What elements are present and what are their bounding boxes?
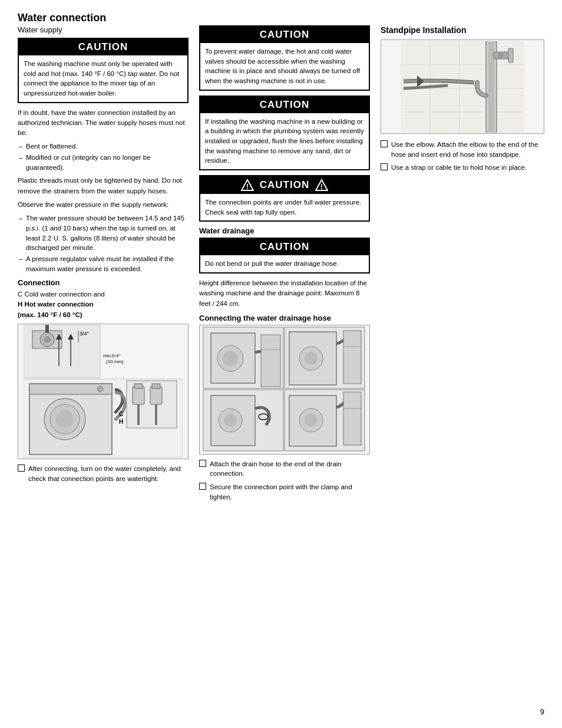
- right-column: Standpipe Installation: [381, 25, 544, 506]
- left-para-3: Observe the water pressure in the supply…: [18, 200, 189, 210]
- svg-point-36: [223, 351, 238, 366]
- caution-label-4: CAUTION: [260, 179, 309, 191]
- connection-line1: C Cold water connection and: [18, 289, 189, 299]
- caution-body-3: If installing the washing machine in a n…: [200, 113, 369, 169]
- left-para-2: Plastic threads must only be tightened b…: [18, 176, 189, 196]
- connection-labels: C Cold water connection and H Hot water …: [18, 289, 189, 320]
- checkbox-standpipe-1-icon: [381, 140, 388, 147]
- svg-rect-43: [343, 331, 361, 384]
- pressure-bullet-1: The water pressure should be between 14.…: [18, 213, 189, 253]
- connection-title: Connection: [18, 278, 189, 287]
- checkbox-drain-1-icon: [199, 460, 206, 467]
- caution-box-5: CAUTION Do not bend or pull the water dr…: [199, 238, 370, 274]
- bullet-modified: Modified or cut (integrity can no longer…: [18, 153, 189, 172]
- caution-header-5: CAUTION: [200, 239, 369, 255]
- checkbox-drain-2-text: Secure the connection point with the cla…: [210, 482, 370, 502]
- svg-point-48: [224, 414, 237, 427]
- content-columns: Water supply CAUTION The washing machine…: [18, 25, 544, 506]
- svg-text:min.0.4": min.0.4": [103, 353, 120, 358]
- bullet-bent: Bent or flattened.: [18, 141, 189, 151]
- standpipe-diagram-svg: [401, 41, 524, 133]
- svg-rect-25: [134, 384, 143, 388]
- drainage-diagram-svg: [202, 326, 367, 453]
- caution-header-2: CAUTION: [200, 27, 369, 43]
- standpipe-diagram: [381, 39, 544, 134]
- caution-box-1: CAUTION The washing machine must only be…: [18, 38, 189, 103]
- svg-point-67: [498, 52, 504, 58]
- page-container: Water connection Water supply CAUTION Th…: [18, 12, 544, 506]
- connection-section: Connection C Cold water connection and H…: [18, 278, 189, 320]
- pressure-bullet-2: A pressure regulator valve must be insta…: [18, 254, 189, 274]
- svg-point-17: [56, 410, 74, 428]
- svg-text:!: !: [246, 183, 249, 191]
- svg-rect-24: [150, 387, 162, 404]
- svg-rect-26: [152, 384, 160, 388]
- caution-header-4: ! CAUTION !: [200, 176, 369, 194]
- warning-triangle-left-icon: !: [241, 179, 254, 192]
- standpipe-title: Standpipe Installation: [381, 25, 544, 35]
- svg-point-3: [44, 336, 51, 343]
- svg-text:!: !: [320, 183, 323, 191]
- svg-rect-54: [343, 392, 361, 445]
- caution-body-5: Do not bend or pull the water drainage h…: [200, 255, 369, 272]
- checkbox-drain-2: Secure the connection point with the cla…: [199, 482, 370, 502]
- left-diagram: 3/4" min.0.4" (10 mm): [18, 324, 189, 459]
- main-title: Water connection: [18, 12, 544, 24]
- checkbox-standpipe-1-text: Use the elbow. Attach the elbow to the e…: [391, 140, 544, 159]
- checkbox-after-connecting: After connecting, turn on the water comp…: [18, 464, 189, 483]
- checkbox-drain-1-text: Attach the drain hose to the end of the …: [210, 459, 370, 479]
- svg-rect-66: [508, 48, 513, 62]
- svg-point-42: [305, 352, 318, 365]
- checkbox-standpipe-2-text: Use a strap or cable tie to hold hose in…: [391, 163, 527, 173]
- caution-body-1: The washing machine must only be operate…: [19, 55, 187, 102]
- checkbox-1-text: After connecting, turn on the water comp…: [28, 464, 189, 483]
- svg-text:3/4": 3/4": [80, 331, 89, 337]
- svg-text:H: H: [119, 419, 123, 425]
- svg-point-53: [305, 414, 318, 427]
- hose-bullets: Bent or flattened. Modified or cut (inte…: [18, 141, 189, 172]
- caution-header-1: CAUTION: [19, 39, 187, 55]
- connection-diagram-svg: 3/4" min.0.4" (10 mm): [24, 325, 183, 457]
- page-number: 9: [540, 707, 544, 716]
- checkbox-drain-2-icon: [199, 483, 206, 490]
- svg-text:C: C: [119, 411, 123, 417]
- svg-rect-23: [133, 387, 144, 404]
- connecting-hose-title: Connecting the water drainage hose: [199, 314, 370, 322]
- drainage-diagram: [199, 325, 370, 454]
- warning-triangle-right-icon: !: [315, 179, 328, 192]
- pressure-bullets: The water pressure should be between 14.…: [18, 213, 189, 274]
- checkbox-standpipe-2: Use a strap or cable tie to hold hose in…: [381, 163, 544, 173]
- water-supply-subtitle: Water supply: [18, 25, 189, 34]
- drainage-para: Height difference between the installati…: [199, 278, 370, 309]
- caution-box-2: CAUTION To prevent water damage, the hot…: [199, 25, 370, 91]
- checkbox-standpipe-1: Use the elbow. Attach the elbow to the e…: [381, 140, 544, 159]
- connection-line3: (max. 140 °F / 60 °C): [18, 310, 189, 320]
- caution-body-2: To prevent water damage, the hot and col…: [200, 43, 369, 90]
- svg-point-19: [97, 386, 103, 392]
- checkbox-standpipe-2-icon: [381, 163, 388, 170]
- checkbox-drain-1: Attach the drain hose to the end of the …: [199, 459, 370, 479]
- caution-header-3: CAUTION: [200, 97, 369, 113]
- caution-box-3: CAUTION If installing the washing machin…: [199, 95, 370, 170]
- svg-rect-37: [261, 335, 280, 387]
- connection-line2: H Hot water connection: [18, 299, 189, 309]
- water-drainage-subtitle: Water drainage: [199, 226, 370, 235]
- left-column: Water supply CAUTION The washing machine…: [18, 25, 189, 506]
- svg-text:(10 mm): (10 mm): [106, 359, 124, 364]
- checkbox-1-icon: [18, 465, 25, 472]
- left-para-1: If in doubt, have the water connection i…: [18, 108, 189, 139]
- caution-box-4: ! CAUTION ! The connection points are un…: [199, 175, 370, 222]
- caution-body-4: The connection points are under full wat…: [200, 194, 369, 220]
- middle-column: CAUTION To prevent water damage, the hot…: [199, 25, 370, 506]
